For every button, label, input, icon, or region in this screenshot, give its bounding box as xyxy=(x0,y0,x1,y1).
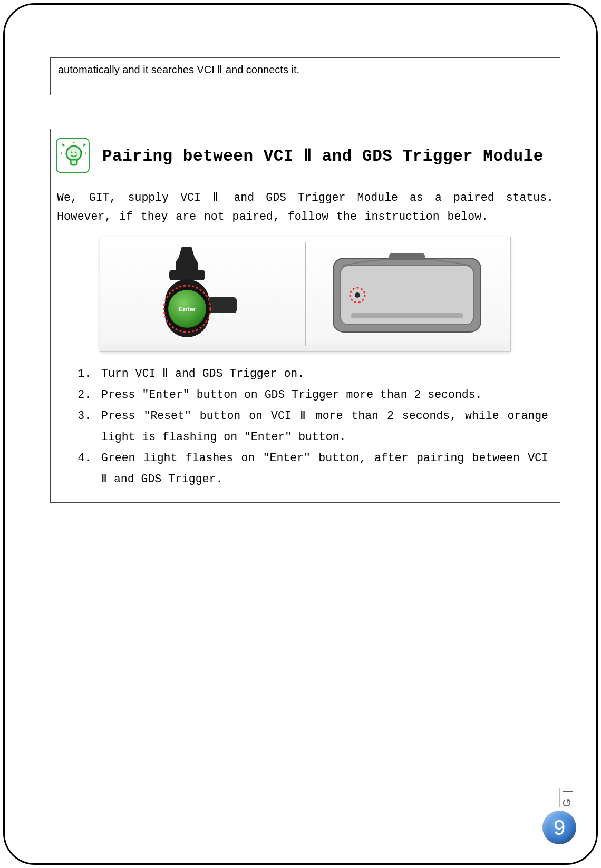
lightbulb-icon xyxy=(56,138,90,173)
steps-list: Turn VCI Ⅱ and GDS Trigger on. Press "En… xyxy=(56,363,555,490)
figure-right-panel xyxy=(306,237,511,351)
step-item: Press "Reset" button on VCI Ⅱ more than … xyxy=(98,405,548,447)
svg-line-3 xyxy=(83,144,85,146)
step-item: Turn VCI Ⅱ and GDS Trigger on. xyxy=(98,363,548,384)
page-frame: automatically and it searches VCI Ⅱ and … xyxy=(3,3,598,865)
svg-point-7 xyxy=(75,152,77,153)
tip-intro: We, GIT, supply VCI Ⅱ and GDS Trigger Mo… xyxy=(57,188,554,226)
figure-left-panel: Enter xyxy=(100,237,305,351)
gds-trigger-illustration: Enter xyxy=(145,245,250,345)
tip-box: Pairing between VCI Ⅱ and GDS Trigger Mo… xyxy=(50,129,560,503)
page-number-badge: 9 xyxy=(542,811,576,844)
svg-rect-16 xyxy=(389,253,425,260)
page-number: 9 xyxy=(554,816,565,840)
svg-rect-17 xyxy=(351,313,463,318)
svg-rect-10 xyxy=(207,297,237,313)
step-item: Press "Enter" button on GDS Trigger more… xyxy=(98,384,548,405)
svg-point-6 xyxy=(71,152,73,153)
enter-button-label: Enter xyxy=(178,305,196,313)
top-note-text: automatically and it searches VCI Ⅱ and … xyxy=(58,64,299,75)
top-note-box: automatically and it searches VCI Ⅱ and … xyxy=(50,57,560,95)
step-item: Green light flashes on "Enter" button, a… xyxy=(98,447,548,490)
svg-line-2 xyxy=(62,144,64,146)
vci-module-illustration xyxy=(328,253,486,337)
pairing-figure: Enter xyxy=(100,237,511,352)
svg-rect-8 xyxy=(169,270,205,280)
tip-header: Pairing between VCI Ⅱ and GDS Trigger Mo… xyxy=(56,138,555,173)
footer-mark: G | xyxy=(559,788,573,807)
tip-title: Pairing between VCI Ⅱ and GDS Trigger Mo… xyxy=(102,145,544,165)
svg-point-18 xyxy=(355,292,360,298)
svg-point-0 xyxy=(66,146,81,161)
